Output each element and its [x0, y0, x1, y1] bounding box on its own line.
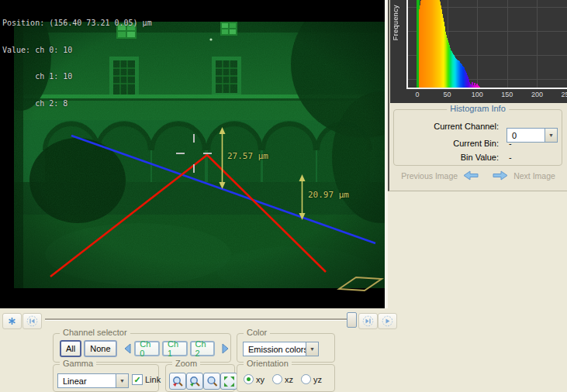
gridline	[537, 0, 538, 88]
gamma-dropdown-value: Linear	[58, 377, 116, 386]
no-channels-button[interactable]: None	[84, 340, 116, 357]
gamma-group: Gamma Linear ▼ ✓ Link	[53, 364, 159, 392]
position-line: Position: (156.40 73.21 0.05) μm	[2, 19, 152, 28]
histogram-panel: Frequency 050100150200250 Histogram Info…	[388, 0, 567, 191]
histogram-info-title: Histogram Info	[447, 104, 509, 113]
previous-image-arrow-icon[interactable]	[463, 170, 479, 181]
animation-settings-button[interactable]	[2, 313, 22, 329]
previous-channel-button[interactable]	[123, 342, 133, 356]
image-navigation: Previous Image Next Image	[389, 170, 567, 181]
chevron-down-icon[interactable]: ▼	[306, 342, 318, 356]
play-icon	[382, 315, 393, 327]
bin-value-value: -	[509, 153, 512, 162]
zoom-select-button[interactable]	[203, 373, 220, 390]
frame-slider-track[interactable]	[45, 318, 348, 321]
orientation-group: Orientation xy xz yz	[237, 364, 335, 392]
color-dropdown[interactable]: Emission colors ▼	[243, 342, 319, 356]
position-readout: Position: (156.40 73.21 0.05) μm Value: …	[2, 1, 152, 126]
zoom-fit-button[interactable]	[220, 373, 237, 390]
histogram-chart[interactable]: Frequency 050100150200250	[390, 0, 567, 103]
zoom-title: Zoom	[172, 359, 200, 368]
channel-1-button[interactable]: Ch 1	[162, 341, 188, 356]
expand-arrows-icon	[223, 376, 235, 387]
value-line-ch0: Value: ch 0: 10	[2, 46, 152, 55]
x-tick-label: 0	[415, 91, 419, 98]
chevron-left-icon	[123, 342, 132, 355]
link-checkbox-label: Link	[145, 375, 161, 384]
value-line-ch2: ch 2: 8	[2, 99, 152, 108]
skip-to-end-icon	[362, 315, 374, 327]
next-image-arrow-icon[interactable]	[493, 170, 508, 181]
channel-selector-title: Channel selector	[60, 328, 130, 337]
magnifier-icon	[206, 376, 218, 387]
magnifier-plus-icon	[189, 376, 201, 387]
bin-value-label: Bin Value:	[394, 153, 499, 162]
orientation-radio-xz[interactable]: xz	[272, 374, 293, 384]
application-window: Position: (156.40 73.21 0.05) μm Value: …	[0, 0, 567, 392]
orientation-radio-xy[interactable]: xy	[244, 374, 264, 384]
orientation-title: Orientation	[244, 359, 292, 368]
all-channels-button[interactable]: All	[60, 340, 81, 357]
magnifier-minus-icon	[172, 376, 184, 387]
chevron-right-icon	[221, 342, 230, 355]
x-tick-label: 50	[444, 91, 451, 98]
go-to-last-frame-button[interactable]	[358, 313, 378, 329]
gamma-dropdown[interactable]: Linear ▼	[57, 373, 129, 388]
current-bin-label: Current Bin:	[394, 139, 499, 148]
color-dropdown-value: Emission colors	[244, 345, 306, 354]
radio-icon	[301, 374, 311, 384]
image-viewer[interactable]: Position: (156.40 73.21 0.05) μm Value: …	[0, 0, 385, 308]
orientation-xz-label: xz	[285, 375, 293, 384]
skip-to-start-icon	[26, 315, 38, 327]
go-to-first-frame-button[interactable]	[22, 313, 42, 329]
next-image-label: Next Image	[513, 171, 555, 181]
previous-image-label: Previous Image	[401, 171, 458, 181]
y-axis-line	[406, 0, 408, 89]
channel-0-button[interactable]: Ch 0	[134, 341, 160, 356]
chevron-down-icon[interactable]: ▼	[116, 374, 128, 387]
zoom-out-button[interactable]	[169, 373, 186, 390]
x-tick-label: 250	[561, 91, 567, 98]
x-tick-label: 150	[501, 91, 513, 98]
zoom-group: Zoom	[165, 364, 235, 392]
current-channel-label: Current Channel:	[394, 122, 499, 131]
current-bin-value: -	[509, 139, 512, 148]
link-checkbox[interactable]: ✓	[132, 374, 143, 385]
measurement-label-2: 20.97 μm	[308, 190, 349, 200]
next-channel-button[interactable]	[220, 342, 230, 356]
radio-selected-icon	[244, 374, 254, 384]
frame-slider-handle[interactable]	[347, 312, 357, 328]
x-axis-line	[406, 88, 567, 89]
orientation-xy-label: xy	[256, 375, 264, 384]
play-button[interactable]	[378, 313, 397, 329]
x-tick-label: 200	[531, 91, 543, 98]
radio-icon	[272, 374, 282, 384]
channel-2-button[interactable]: Ch 2	[190, 341, 216, 356]
measurement-label-1: 27.57 μm	[227, 151, 268, 161]
y-axis-label: Frequency	[392, 5, 399, 40]
color-title: Color	[244, 328, 270, 337]
orientation-radio-yz[interactable]: yz	[301, 374, 322, 384]
gamma-title: Gamma	[60, 359, 96, 368]
value-line-ch1: ch 1: 10	[2, 72, 152, 81]
gridline	[507, 0, 508, 88]
gridline	[477, 0, 478, 88]
settings-asterisk-icon	[8, 317, 16, 325]
zoom-in-button[interactable]	[186, 373, 203, 390]
orientation-yz-label: yz	[313, 375, 322, 384]
x-tick-label: 100	[472, 91, 483, 98]
histogram-info-group: Histogram Info Current Channel: 0 ▼ Curr…	[393, 109, 562, 166]
